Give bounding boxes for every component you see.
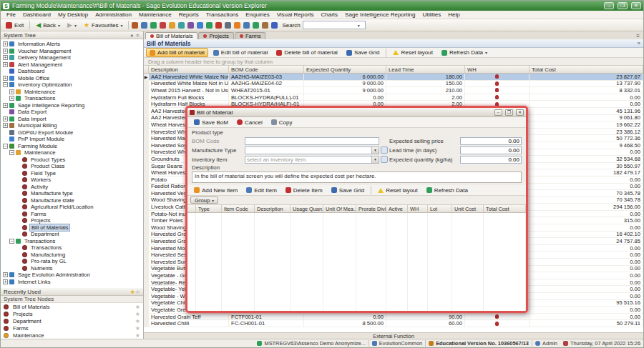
tree-item-manufacturing[interactable]: Manufacturing	[1, 252, 143, 259]
column-header-bom-code[interactable]: BOM Code	[229, 66, 304, 73]
toolbar-shortcut-icon-15[interactable]	[262, 22, 268, 29]
tree-item-voucher-management[interactable]: +Voucher Management	[1, 48, 143, 55]
tree-item-pro-rata-by-gl[interactable]: Pro-rata by GL	[1, 258, 143, 265]
copy-button[interactable]: Copy	[268, 118, 296, 127]
collapse-icon[interactable]: −	[3, 144, 8, 149]
save-bom-button[interactable]: Save BoM	[190, 118, 232, 127]
expand-icon[interactable]: +	[3, 55, 8, 60]
recent-item-department[interactable]: Department★	[1, 317, 143, 324]
toolbar-shortcut-icon-11[interactable]	[225, 22, 231, 29]
cancel-button[interactable]: Cancel	[233, 118, 266, 127]
column-header-total-cost[interactable]: Total Cost	[484, 205, 526, 212]
tree-item-agricultural-field-location[interactable]: Agricultural Field/Location	[1, 204, 143, 211]
tree-item-gdpdu-export-module[interactable]: GDPdU Export Module	[1, 129, 143, 136]
tree-item-department[interactable]: Department	[1, 231, 143, 238]
tree-item-dashboard[interactable]: Dashboard	[1, 68, 143, 75]
tree-item-manufacture-state[interactable]: Manufacture state	[1, 197, 143, 204]
tree-item-product-class[interactable]: Product Class	[1, 163, 143, 170]
expand-icon[interactable]: +	[3, 103, 8, 108]
expand-icon[interactable]: +	[3, 123, 8, 128]
collapse-icon[interactable]: −	[3, 82, 8, 87]
column-header-wh[interactable]: WH	[465, 66, 530, 73]
tree-item-projects[interactable]: Projects	[1, 217, 143, 224]
toolbar-shortcut-icon-6[interactable]	[178, 22, 185, 29]
toolbar-shortcut-icon-2[interactable]	[141, 22, 147, 29]
tree-item-nutrients[interactable]: Nutrients	[1, 265, 143, 272]
tree-item-sage-intelligence-reporting[interactable]: +Sage Intelligence Reporting	[1, 102, 143, 109]
inventory-item-select[interactable]: select an inventory item. ▼	[245, 156, 379, 164]
expand-icon[interactable]: +	[3, 116, 8, 121]
toolbar-shortcut-icon-5[interactable]	[169, 22, 175, 29]
tab-bill-of-materials[interactable]: Bill of Materials	[145, 32, 197, 39]
tree-item-field-type[interactable]: Field Type	[1, 170, 143, 177]
toolbar-shortcut-icon-14[interactable]	[253, 22, 259, 29]
toolbar-shortcut-icon-1[interactable]	[132, 22, 138, 29]
recent-item-bill-of-materials[interactable]: Bill of Materials★	[1, 303, 143, 310]
toolbar-shortcut-icon-7[interactable]	[187, 22, 194, 29]
expand-icon[interactable]: +	[3, 49, 8, 54]
tree-item-delivery-management[interactable]: +Delivery Management	[1, 54, 143, 61]
exit-button[interactable]: Exit	[3, 21, 26, 30]
menu-enquiries[interactable]: Enquiries	[242, 11, 273, 19]
tree-item-product-types[interactable]: Product Types	[1, 156, 143, 164]
column-header-expected-quantity[interactable]: Expected Quantity	[304, 66, 386, 73]
tree-item-farming-module[interactable]: −Farming Module	[1, 143, 143, 150]
tree-item-inventory-optimization[interactable]: −Inventory Optimization	[1, 81, 143, 89]
collapse-icon[interactable]: −	[9, 150, 14, 155]
tree-item-transactions[interactable]: −Transactions	[1, 238, 143, 245]
star-outline-icon[interactable]: ★	[135, 318, 140, 324]
tab-projects[interactable]: Projects	[198, 32, 233, 39]
tree-item-mobile-office[interactable]: +Mobile Office	[1, 75, 143, 82]
menu-my-desktop[interactable]: My Desktop	[54, 11, 92, 19]
toolbar-shortcut-icon-9[interactable]	[206, 22, 213, 29]
star-outline-icon[interactable]: ★	[135, 332, 140, 339]
toolbar-shortcut-icon-4[interactable]	[160, 22, 166, 29]
recent-item-maintenance[interactable]: Maintenance★	[1, 332, 143, 339]
column-header-usage-quan[interactable]: Usage Quan...	[291, 205, 323, 212]
tree-item-activity[interactable]: Activity	[1, 184, 143, 191]
pin-icon[interactable]: ▴	[129, 32, 135, 38]
column-header-description[interactable]: Description	[255, 205, 291, 212]
menu-file[interactable]: File	[3, 11, 19, 19]
table-row[interactable]: Hydrafarm Full BlocksBLOCKS-HYDRA(FULL)-…	[144, 94, 643, 101]
menu-administration[interactable]: Administration	[92, 11, 135, 19]
recent-item-projects[interactable]: Projects★	[1, 310, 143, 317]
menu-maintenance[interactable]: Maintenance	[135, 11, 175, 19]
column-header-lot[interactable]: Lot	[428, 205, 452, 212]
dialog-minimize-button[interactable]: –	[494, 109, 502, 116]
menu-reports[interactable]: Reports	[175, 11, 203, 19]
expand-icon[interactable]: +	[3, 41, 8, 46]
tree-item-municipal-billing[interactable]: +Municipal Billing	[1, 122, 143, 129]
toolbar-shortcut-icon-3[interactable]	[150, 22, 157, 29]
refresh-data-button[interactable]: Refresh Data	[423, 186, 472, 195]
minimize-button[interactable]: –	[604, 2, 614, 9]
table-row[interactable]: Wheat 2015 Harvest - Not in UseWHEAT2015…	[144, 87, 643, 94]
column-header-total-cost[interactable]: Total Cost	[530, 66, 643, 73]
save-grid-button[interactable]: Save Grid	[328, 186, 369, 195]
column-header-unit-of-mea[interactable]: Unit Of Mea...	[323, 205, 356, 212]
tree-item-maintenance[interactable]: +Maintenance	[1, 89, 143, 96]
search-input[interactable]	[305, 22, 358, 29]
tree-item-sage-evolution-administration[interactable]: +Sage Evolution Administration	[1, 272, 143, 279]
expand-icon[interactable]: +	[3, 272, 8, 277]
menu-transactions[interactable]: Transactions	[203, 11, 243, 19]
expand-icon[interactable]: +	[3, 279, 8, 284]
menu-sage-intelligence-reporting[interactable]: Sage Intelligence Reporting	[341, 11, 419, 19]
back-button[interactable]: ◀ Back ▾	[33, 21, 63, 30]
tree-item-farms[interactable]: Farms	[1, 211, 143, 218]
column-header-type[interactable]: Type	[196, 205, 222, 212]
tree-item-transactions[interactable]: Transactions	[1, 244, 143, 252]
maximize-button[interactable]: ❐	[618, 2, 628, 9]
toolbar-shortcut-icon-12[interactable]	[234, 22, 240, 29]
chevron-down-icon[interactable]: ▼	[371, 156, 379, 163]
table-row[interactable]: ▶AA2 Harvested White Maize Not in UseAA2…	[144, 74, 643, 81]
edit-bill-of-material-button[interactable]: Edit bill of material	[210, 48, 271, 57]
edit-item-button[interactable]: Edit Item	[243, 186, 280, 195]
dialog-maximize-button[interactable]: ❐	[505, 109, 513, 116]
group-button[interactable]: Group ▾	[190, 197, 218, 204]
column-header-prorate-divi[interactable]: Prorate Divi...	[356, 205, 386, 212]
group-by-panel[interactable]: Drag a column header here to group by th…	[144, 58, 643, 66]
menu-visual-reports[interactable]: Visual Reports	[273, 11, 318, 19]
star-outline-icon[interactable]: ★	[135, 311, 140, 317]
column-header-item-code[interactable]: Item Code	[222, 205, 255, 212]
